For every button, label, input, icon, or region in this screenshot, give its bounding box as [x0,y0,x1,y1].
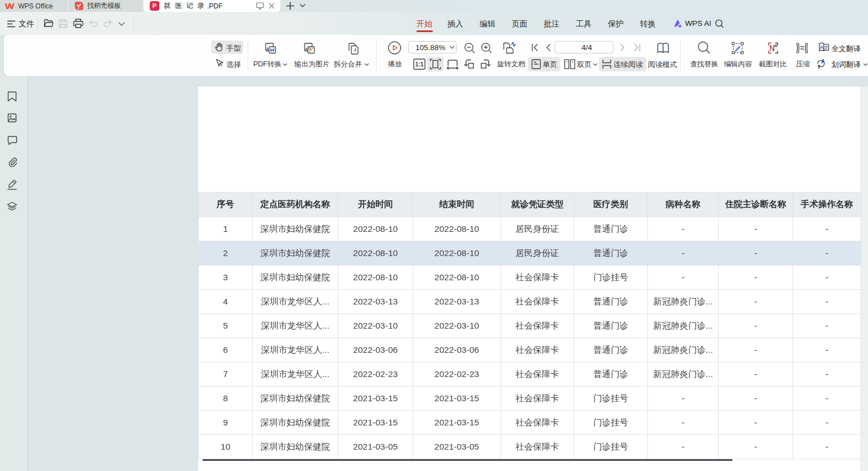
svg-text:1:1: 1:1 [415,61,424,68]
svg-text:A: A [821,59,825,65]
svg-text:A: A [820,44,824,50]
svg-text:文: 文 [824,45,829,50]
